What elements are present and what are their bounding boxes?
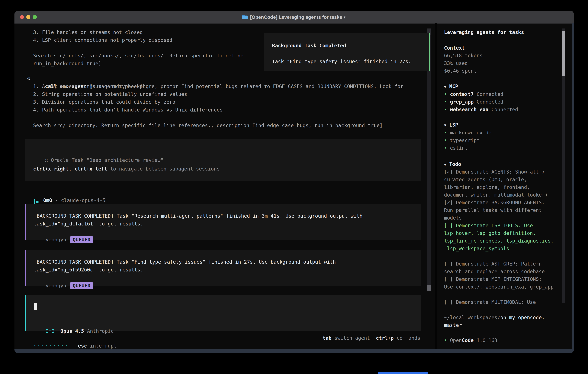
tool-call-header: ⚙call_omo_agent [subagent_type=explore, … (33, 75, 403, 83)
mcp-item: • grep_app Connected (444, 98, 503, 106)
bullet-icon: • (444, 130, 447, 135)
window-title-row: [OpenCode] Leveraging agents for tasks ◐ (14, 11, 574, 23)
message-meta: yeongyuQUEUED (34, 274, 93, 297)
spinner-dots-icon: ········· (33, 343, 69, 349)
toast-body: Task "Find type safety issues" finished … (272, 58, 411, 65)
todo-active-item: [ ] Demonstrate LSP TOOLS: Uselsp_hover,… (444, 222, 554, 252)
agent-header: OmO · claude-opus-4-5 (28, 189, 105, 205)
input-model-label: Opus 4.5 (60, 328, 84, 334)
todo-pending-items: [ ] Demonstrate MULTIMODAL: Use (444, 298, 536, 306)
sidebar-scrollbar-thumb[interactable] (562, 31, 565, 76)
input-provider-label: Anthropic (87, 328, 114, 334)
window-footer-strip (14, 349, 574, 353)
text-cursor (34, 303, 37, 310)
input-agent-label: OmO (46, 328, 54, 334)
message-line: task_id="bg_dcfac161" to get results. (34, 220, 143, 228)
sidebar-session-title: Leveraging agents for tasks (444, 28, 524, 36)
bullet-icon: • (444, 145, 447, 151)
target-icon: ◎ (45, 157, 48, 163)
lsp-item: • eslint (444, 144, 468, 152)
main-sidebar-divider (435, 23, 437, 349)
message-line: task_id="bg_6f59260c" to get results. (34, 266, 143, 274)
workspace-path: ~/local-workspaces/oh-my-opencode: (444, 313, 545, 321)
oracle-task-panel: ◎ Oracle Task "Deep architecture review"… (25, 139, 420, 181)
context-stats: 66,518 tokens33% used$0.46 spent (444, 52, 483, 75)
agent-name: OmO (43, 197, 52, 203)
mcp-section-header[interactable]: ▼ MCP (444, 83, 458, 91)
status-badge: QUEUED (70, 282, 93, 289)
agent-separator: · (55, 197, 58, 203)
toast-title: Background Task Completed (272, 42, 346, 50)
lsp-item: • markdown-oxide (444, 129, 492, 136)
oracle-hint: ctrl+x right, ctrl+x left to navigate be… (33, 165, 220, 173)
background-task-message: [BACKGROUND TASK COMPLETED] Task "Resear… (25, 204, 421, 240)
todo-section-header[interactable]: ▼ Todo (444, 160, 461, 168)
titlebar: [OpenCode] Leveraging agents for tasks ◐ (14, 11, 574, 24)
bullet-icon: • (444, 99, 447, 105)
main-scrollbar-thumb[interactable] (427, 285, 431, 291)
status-badge: QUEUED (70, 236, 93, 243)
chevron-down-icon: ▼ (444, 123, 446, 127)
window-right-edge (572, 23, 574, 349)
transcript-intro-text: 3. File handles or streams not closed4. … (33, 28, 243, 67)
oracle-title: Oracle Task "Deep architecture review" (51, 157, 164, 163)
gear-icon: ⚙ (27, 75, 30, 83)
chevron-down-icon: ▼ (444, 85, 446, 89)
bullet-icon: • (444, 137, 447, 143)
message-line: [BACKGROUND TASK COMPLETED] Task "Resear… (34, 212, 362, 220)
statusbar-right: tab switch agent ctrl+p commands (217, 334, 420, 342)
version-row: • OpenCode 1.0.163 (444, 336, 497, 344)
message-author: yeongyu (46, 237, 66, 242)
folder-icon (242, 14, 248, 20)
background-task-toast: Background Task Completed Task "Find typ… (264, 33, 430, 71)
mcp-item: • websearch_exa Connected (444, 105, 518, 113)
lsp-section-header[interactable]: ▼ LSP (444, 121, 458, 129)
prompt-input[interactable]: OmO Opus 4.5 Anthropic (25, 295, 421, 331)
tool-call-block: ⚙call_omo_agent [subagent_type=explore, … (33, 75, 403, 129)
bullet-icon: • (444, 337, 447, 343)
agent-model: claude-opus-4-5 (61, 197, 105, 203)
lsp-item: • typescript (444, 136, 480, 144)
window-title: [OpenCode] Leveraging agents for tasks ◐ (250, 15, 346, 20)
background-task-message: [BACKGROUND TASK COMPLETED] Task "Find t… (25, 250, 421, 286)
message-author: yeongyu (46, 283, 66, 289)
context-heading: Context (444, 44, 465, 52)
bullet-icon: • (444, 91, 447, 97)
workspace-branch: master (444, 321, 462, 329)
message-meta: yeongyuQUEUED (34, 228, 93, 251)
bullet-icon: • (444, 107, 447, 112)
mcp-item: • context7 Connected (444, 90, 503, 98)
message-line: [BACKGROUND TASK COMPLETED] Task "Find t… (34, 258, 336, 266)
todo-pending-items: [ ] Demonstrate AST-GREP: Patternsearch … (444, 260, 554, 291)
statusbar-left: ········· esc interrupt (28, 334, 117, 350)
dock-indicator (378, 372, 428, 374)
chevron-down-icon: ▼ (444, 162, 446, 167)
todo-done-items: [✓] Demonstrate AGENTS: Show all 7curate… (444, 168, 548, 222)
